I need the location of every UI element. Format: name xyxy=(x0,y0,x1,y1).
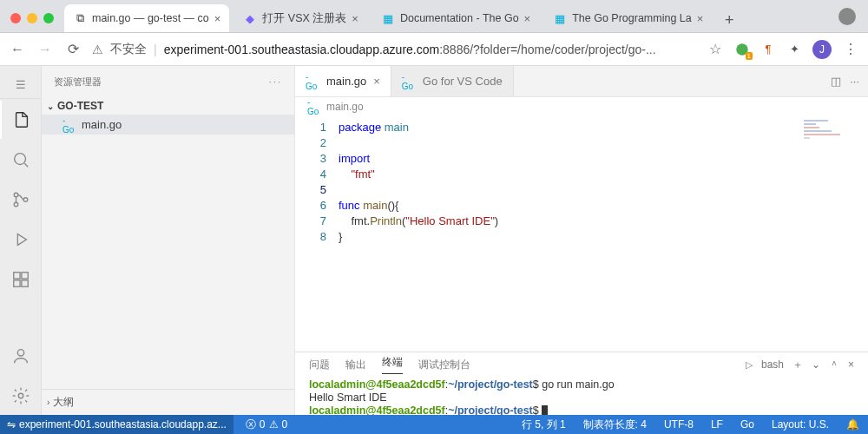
maximize-panel-icon[interactable]: ＾ xyxy=(829,358,839,372)
minimize-window[interactable] xyxy=(27,13,37,23)
account-icon[interactable] xyxy=(0,337,42,375)
hamburger-icon[interactable]: ☰ xyxy=(0,71,41,99)
gear-icon[interactable] xyxy=(0,377,42,415)
code-editor[interactable]: 12345678 package main import "fmt" func … xyxy=(295,116,868,352)
browser-tab-3[interactable]: ▦ Documentation - The Go × xyxy=(372,4,539,32)
explorer-icon[interactable] xyxy=(0,101,42,139)
panel-tab-output[interactable]: 输出 xyxy=(345,358,366,372)
browser-toolbar: ← → ⟳ ⚠ 不安全 | experiment-001.southeastas… xyxy=(0,33,868,66)
new-tab-button[interactable]: + xyxy=(717,8,741,32)
editor-tab-main-go[interactable]: -Go main.go × xyxy=(295,66,391,96)
close-tab-icon[interactable]: × xyxy=(697,12,704,25)
activity-bar: ☰ xyxy=(0,66,42,415)
zoom-window[interactable] xyxy=(43,13,54,23)
svg-rect-6 xyxy=(21,273,27,279)
bottom-panel: 问题 输出 终端 调试控制台 ▷ bash ＋ ⌄ ＾ × localadmin… xyxy=(295,352,868,415)
ide-root: ☰ 资源管理器 ··· ⌄ GO-TEST -Go main.go › 大纲 xyxy=(0,66,868,415)
svg-rect-8 xyxy=(21,280,27,286)
tab-label: 打开 VSX 注册表 xyxy=(262,11,346,26)
search-icon[interactable] xyxy=(0,141,42,179)
insecure-icon: ⚠ xyxy=(92,43,103,56)
reload-button[interactable]: ⟳ xyxy=(64,41,82,57)
go-file-icon: -Go xyxy=(307,102,321,112)
close-tab-icon[interactable]: × xyxy=(214,12,221,25)
close-panel-icon[interactable]: × xyxy=(848,358,854,371)
svg-point-1 xyxy=(14,154,25,165)
more-icon[interactable]: ··· xyxy=(850,75,859,88)
close-tab-icon[interactable]: × xyxy=(352,12,358,25)
kebab-icon[interactable]: ⋮ xyxy=(842,41,859,57)
tab-label: Go for VS Code xyxy=(423,75,503,88)
panel-tab-terminal[interactable]: 终端 xyxy=(382,355,403,374)
panel-tabs: 问题 输出 终端 调试控制台 ▷ bash ＋ ⌄ ＾ × xyxy=(295,352,868,377)
project-root[interactable]: ⌄ GO-TEST xyxy=(42,97,294,115)
address-bar[interactable]: ⚠ 不安全 | experiment-001.southeastasia.clo… xyxy=(92,42,696,57)
editor-tab-go-ext[interactable]: -Go Go for VS Code xyxy=(391,66,514,96)
svg-point-9 xyxy=(17,350,23,356)
back-button[interactable]: ← xyxy=(9,42,26,57)
outline-section[interactable]: › 大纲 xyxy=(42,389,294,415)
run-debug-icon[interactable] xyxy=(0,220,42,259)
split-terminal-icon[interactable]: ⌄ xyxy=(812,358,820,371)
error-icon: ⓧ xyxy=(246,418,256,432)
eol[interactable]: LF xyxy=(707,418,727,431)
minimap[interactable] xyxy=(804,120,865,155)
language-mode[interactable]: Go xyxy=(737,418,758,431)
go-file-icon: -Go xyxy=(306,76,319,87)
window-controls xyxy=(7,13,59,32)
file-main-go[interactable]: -Go main.go xyxy=(42,115,294,135)
svg-rect-7 xyxy=(13,280,19,286)
chevron-right-icon: › xyxy=(47,398,49,407)
close-window[interactable] xyxy=(10,13,21,23)
browser-tab-1[interactable]: ⧉ main.go — go-test — co × xyxy=(64,4,229,32)
breadcrumb[interactable]: -Go main.go xyxy=(295,97,868,116)
notifications-icon[interactable]: 🔔 xyxy=(843,418,863,431)
svg-point-4 xyxy=(23,198,28,202)
code-content[interactable]: package main import "fmt" func main(){ f… xyxy=(339,116,868,352)
profile-badge[interactable]: J xyxy=(812,40,832,59)
bookmark-icon[interactable]: ☆ xyxy=(707,41,724,57)
shell-name[interactable]: bash xyxy=(761,358,784,371)
line-gutter: 12345678 xyxy=(295,116,339,352)
remote-indicator[interactable]: ⇋ experiment-001.southeastasia.cloudapp.… xyxy=(0,415,233,434)
error-count: 0 xyxy=(260,418,266,431)
browser-tab-4[interactable]: ▦ The Go Programming La × xyxy=(544,4,712,32)
panel-tab-debug[interactable]: 调试控制台 xyxy=(418,358,470,372)
svg-rect-5 xyxy=(13,273,19,279)
svg-point-2 xyxy=(14,193,18,197)
encoding[interactable]: UTF-8 xyxy=(661,418,697,431)
explorer-sidebar: 资源管理器 ··· ⌄ GO-TEST -Go main.go › 大纲 xyxy=(42,66,295,415)
cursor-position[interactable]: 行 5, 列 1 xyxy=(518,418,569,432)
extensions-icon[interactable] xyxy=(0,260,42,299)
translate-icon[interactable]: 1 xyxy=(734,42,750,57)
browser-tab-2[interactable]: ◆ 打开 VSX 注册表 × xyxy=(234,4,367,32)
terminal[interactable]: localadmin@4f5eaa2dcd5f:~/project/go-tes… xyxy=(295,377,868,415)
indentation[interactable]: 制表符长度: 4 xyxy=(580,418,650,432)
vsx-icon: ◆ xyxy=(243,11,257,25)
extensions-area: 1 ¶ ✦ J ⋮ xyxy=(734,40,859,59)
go-site-icon: ▦ xyxy=(553,11,567,25)
project-name: GO-TEST xyxy=(57,100,103,112)
forward-button[interactable]: → xyxy=(36,42,54,57)
explorer-header: 资源管理器 ··· xyxy=(42,66,294,97)
go-doc-icon: ▦ xyxy=(381,11,395,25)
more-icon[interactable]: ··· xyxy=(269,76,282,87)
source-control-icon[interactable] xyxy=(0,181,42,219)
outline-label: 大纲 xyxy=(53,395,74,410)
split-editor-icon[interactable]: ◫ xyxy=(831,75,841,88)
tab-label: main.go xyxy=(326,75,366,88)
panel-tab-problems[interactable]: 问题 xyxy=(309,358,330,372)
url-rest: :8886/?folder=/home/coder/project/go-... xyxy=(439,43,655,56)
problems-indicator[interactable]: ⓧ0 ⚠0 xyxy=(242,418,291,432)
keyboard-layout[interactable]: Layout: U.S. xyxy=(768,418,832,431)
pilcrow-icon[interactable]: ¶ xyxy=(760,42,776,57)
extensions-icon[interactable]: ✦ xyxy=(786,42,802,57)
go-file-icon: -Go xyxy=(62,120,76,130)
new-terminal-icon[interactable]: ＋ xyxy=(792,358,803,372)
file-name: main.go xyxy=(82,118,122,131)
close-icon[interactable]: × xyxy=(373,75,380,88)
status-bar: ⇋ experiment-001.southeastasia.cloudapp.… xyxy=(0,415,868,434)
terminal-launch-icon[interactable]: ▷ xyxy=(746,359,753,371)
close-tab-icon[interactable]: × xyxy=(524,12,531,25)
profile-avatar[interactable] xyxy=(838,8,856,25)
